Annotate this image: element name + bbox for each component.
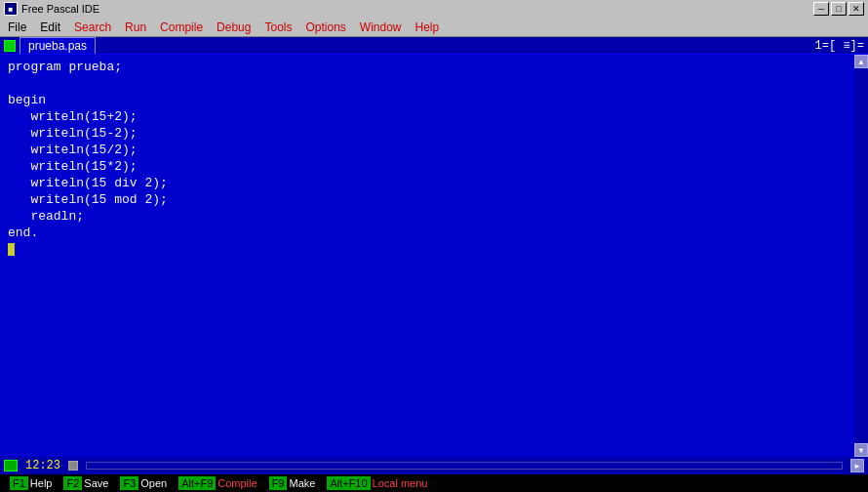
code-line: writeln(15+2); bbox=[8, 108, 860, 125]
editor-area[interactable]: program prueba;begin writeln(15+2); writ… bbox=[0, 55, 868, 457]
code-line: readln; bbox=[8, 208, 860, 225]
fn-key-label: F9 bbox=[269, 476, 288, 490]
fn-action-label: Local menu bbox=[373, 477, 428, 489]
code-line bbox=[8, 75, 860, 92]
fn-item-f3[interactable]: F3Open bbox=[114, 476, 173, 490]
scroll-track bbox=[854, 68, 868, 443]
fn-action-label: Save bbox=[84, 477, 108, 489]
editor-scrollbar[interactable]: ▲ ▼ bbox=[854, 55, 868, 457]
code-line: program prueba; bbox=[8, 59, 860, 75]
editor-status-indicator bbox=[4, 40, 16, 52]
maximize-button[interactable]: □ bbox=[831, 2, 847, 16]
fn-item-alt-f10[interactable]: Alt+F10Local menu bbox=[321, 476, 433, 490]
title-bar-buttons: ─ □ ✕ bbox=[813, 2, 864, 16]
fn-key-label: F1 bbox=[10, 476, 28, 490]
code-line: writeln(15 mod 2); bbox=[8, 191, 860, 208]
status-bar: 12:23 ► bbox=[0, 457, 868, 474]
title-text: Free Pascal IDE bbox=[21, 3, 99, 15]
fn-key-label: Alt+F9 bbox=[178, 476, 216, 490]
code-container: program prueba;begin writeln(15+2); writ… bbox=[8, 59, 860, 258]
fn-key-label: Alt+F10 bbox=[327, 476, 370, 490]
text-cursor bbox=[8, 243, 15, 256]
status-time: 12:23 bbox=[25, 459, 60, 472]
fn-action-label: Make bbox=[289, 477, 315, 489]
fn-item-f9[interactable]: F9Make bbox=[263, 476, 322, 490]
fn-item-f1[interactable]: F1Help bbox=[4, 476, 58, 490]
code-line: writeln(15*2); bbox=[8, 158, 860, 175]
editor-tab[interactable]: prueba.pas bbox=[20, 37, 96, 54]
status-scrollbar[interactable] bbox=[86, 462, 843, 470]
code-line: end. bbox=[8, 225, 860, 241]
menu-options[interactable]: Options bbox=[299, 19, 351, 36]
fn-item-alt-f9[interactable]: Alt+F9Compile bbox=[173, 476, 262, 490]
menu-file[interactable]: File bbox=[2, 19, 32, 36]
app-icon[interactable]: ■ bbox=[4, 2, 18, 16]
menu-help[interactable]: Help bbox=[410, 19, 446, 36]
code-line: writeln(15-2); bbox=[8, 125, 860, 142]
fn-key-label: F3 bbox=[120, 476, 138, 490]
menu-search[interactable]: Search bbox=[68, 19, 117, 36]
minimize-button[interactable]: ─ bbox=[813, 2, 829, 16]
fn-action-label: Compile bbox=[217, 477, 256, 489]
menu-run[interactable]: Run bbox=[119, 19, 152, 36]
scroll-down-button[interactable]: ▼ bbox=[854, 443, 868, 457]
editor-controls: 1=[ ≡]= bbox=[815, 39, 864, 53]
function-bar: F1HelpF2SaveF3OpenAlt+F9CompileF9MakeAlt… bbox=[0, 474, 868, 492]
fn-action-label: Open bbox=[140, 477, 167, 489]
close-button[interactable]: ✕ bbox=[848, 2, 864, 16]
fn-key-label: F2 bbox=[63, 476, 82, 490]
menu-tools[interactable]: Tools bbox=[258, 19, 297, 36]
cursor-line bbox=[8, 241, 860, 258]
menu-compile[interactable]: Compile bbox=[154, 19, 209, 36]
menu-window[interactable]: Window bbox=[354, 19, 408, 36]
menu-edit[interactable]: Edit bbox=[34, 19, 66, 36]
title-bar-left: ■ Free Pascal IDE bbox=[4, 2, 99, 16]
code-line: begin bbox=[8, 92, 860, 108]
editor-header: prueba.pas 1=[ ≡]= bbox=[0, 37, 868, 55]
status-scroll-left[interactable] bbox=[68, 461, 78, 471]
code-line: writeln(15 div 2); bbox=[8, 175, 860, 191]
scroll-up-button[interactable]: ▲ bbox=[854, 55, 868, 68]
title-bar: ■ Free Pascal IDE ─ □ ✕ bbox=[0, 0, 868, 18]
status-scroll-right[interactable]: ► bbox=[850, 459, 864, 472]
code-line: writeln(15/2); bbox=[8, 142, 860, 158]
menu-debug[interactable]: Debug bbox=[211, 19, 256, 36]
status-indicator bbox=[4, 460, 18, 472]
fn-action-label: Help bbox=[30, 477, 53, 489]
fn-item-f2[interactable]: F2Save bbox=[58, 476, 114, 490]
menu-bar: FileEditSearchRunCompileDebugToolsOption… bbox=[0, 18, 868, 37]
